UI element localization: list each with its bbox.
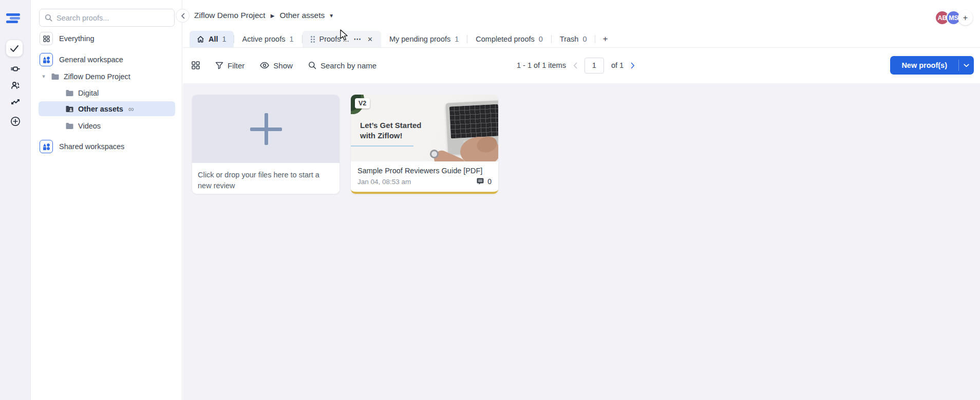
search-icon <box>308 61 316 69</box>
filter-label: Filter <box>228 61 244 70</box>
page-of-label: of 1 <box>611 61 624 69</box>
toolbar: Filter Show Search by name 1 - 1 of 1 it… <box>183 48 980 83</box>
search-icon <box>45 14 52 22</box>
folder-icon <box>65 122 74 130</box>
drag-handle-icon[interactable] <box>311 36 315 43</box>
view-tabs: All 1 Active proofs 1 Proofs ... ⋯ ✕ My … <box>183 31 980 48</box>
folder-account-icon <box>65 105 74 113</box>
tree-item-ziflow-demo-project[interactable]: ▾ Ziflow Demo Project <box>41 69 174 84</box>
create-plus-icon[interactable] <box>7 113 24 130</box>
tab-count: 0 <box>582 35 587 43</box>
tree-item-digital[interactable]: Digital <box>65 85 174 100</box>
upload-dropzone-card[interactable]: Click or drop your files here to start a… <box>192 95 340 194</box>
tab-label: Active proofs <box>242 35 286 43</box>
folder-icon <box>51 73 60 80</box>
tab-my-pending-proofs[interactable]: My pending proofs 1 <box>381 31 467 47</box>
tab-count: 0 <box>539 35 543 43</box>
proof-date: Jan 04, 08:53 am <box>357 178 411 186</box>
next-page-icon[interactable] <box>631 62 635 69</box>
new-proof-dropdown-button[interactable] <box>959 56 974 75</box>
new-proof-button[interactable]: New proof(s) <box>890 56 958 75</box>
integrations-plug-icon[interactable] <box>7 61 24 77</box>
breadcrumb-dropdown-icon[interactable]: ▼ <box>329 13 334 19</box>
sidebar-item-general-workspace[interactable]: General workspace <box>35 52 178 67</box>
show-button[interactable]: Show <box>260 61 293 70</box>
tab-count: 1 <box>289 35 293 43</box>
tab-count: 1 <box>455 35 459 43</box>
tab-all[interactable]: All 1 <box>190 31 234 47</box>
search-by-name-button[interactable]: Search by name <box>308 61 376 70</box>
breadcrumb-row: Ziflow Demo Project ▶ Other assets ▼ AB … <box>183 0 980 31</box>
proof-search-box[interactable] <box>39 9 175 27</box>
chevron-down-icon[interactable]: ▾ <box>41 73 47 80</box>
version-badge[interactable]: V2 <box>355 98 370 108</box>
proof-thumbnail: Let’s Get Started with Ziflow! V2 <box>351 95 498 161</box>
pagination: 1 - 1 of 1 items of 1 <box>517 48 635 83</box>
prev-page-icon[interactable] <box>573 62 577 69</box>
tree-item-label: Digital <box>78 89 99 97</box>
proof-card[interactable]: Let’s Get Started with Ziflow! V2 Sample… <box>351 95 498 194</box>
proof-info: Sample Proof Reviewers Guide [PDF] Jan 0… <box>351 161 498 186</box>
tab-proofs-custom[interactable]: Proofs ... ⋯ ✕ <box>303 31 381 47</box>
tab-label: Proofs ... <box>319 35 349 43</box>
sidebar-item-label: General workspace <box>59 56 123 64</box>
tab-label: Trash <box>560 35 579 43</box>
workspace-icon <box>40 140 53 153</box>
eye-icon <box>260 62 269 69</box>
sidebar-item-shared-workspaces[interactable]: Shared workspaces <box>35 139 178 154</box>
tab-active-proofs[interactable]: Active proofs 1 <box>234 31 302 47</box>
filter-button[interactable]: Filter <box>215 61 244 70</box>
tab-label: My pending proofs <box>389 35 450 43</box>
proofs-grid: Click or drop your files here to start a… <box>183 83 980 400</box>
search-by-name-label: Search by name <box>321 61 376 70</box>
upload-thumb-area <box>192 95 340 163</box>
insights-chart-icon[interactable] <box>7 94 24 111</box>
breadcrumb-arrow-icon: ▶ <box>271 13 275 19</box>
new-proof-split-button: New proof(s) <box>890 56 974 75</box>
proof-title[interactable]: Sample Proof Reviewers Guide [PDF] <box>357 167 492 175</box>
tree-item-videos[interactable]: Videos <box>65 118 174 133</box>
folder-icon <box>65 89 74 97</box>
show-label: Show <box>273 61 293 70</box>
comment-icon <box>476 178 484 185</box>
plus-icon <box>250 113 282 145</box>
comments-indicator[interactable]: 0 <box>476 177 492 186</box>
add-user-button[interactable]: + <box>958 10 973 25</box>
page-number-input[interactable] <box>585 58 604 74</box>
sidebar-item-everything[interactable]: Everything <box>35 31 178 46</box>
contacts-people-icon[interactable] <box>7 77 24 94</box>
thumbnail-underline <box>351 146 413 147</box>
tab-trash[interactable]: Trash 0 <box>552 31 595 47</box>
grid-view-icon <box>192 61 200 69</box>
upload-hint-text: Click or drop your files here to start a… <box>192 163 340 192</box>
tree-item-label: Videos <box>78 122 101 130</box>
collapse-sidebar-button[interactable] <box>176 9 190 23</box>
chevron-left-icon <box>181 13 185 19</box>
tree-item-other-assets[interactable]: Other assets ∞ <box>39 101 175 116</box>
breadcrumb: Ziflow Demo Project ▶ Other assets ▼ <box>194 0 334 31</box>
link-icon: ∞ <box>128 104 134 113</box>
workspace-icon <box>40 53 53 66</box>
close-icon[interactable]: ✕ <box>367 35 373 43</box>
sidebar: Everything General workspace ▾ Ziflow De… <box>31 0 182 400</box>
more-options-icon[interactable]: ⋯ <box>354 35 362 43</box>
thumbnail-title: Let’s Get Started with Ziflow! <box>360 120 421 141</box>
proofs-check-icon[interactable] <box>6 40 23 57</box>
chevron-down-icon <box>964 64 969 67</box>
watch-graphic <box>430 150 439 158</box>
tab-label: All <box>209 35 218 43</box>
add-tab-button[interactable]: + <box>595 31 615 47</box>
filter-funnel-icon <box>215 61 223 69</box>
tab-completed-proofs[interactable]: Completed proofs 0 <box>467 31 551 47</box>
comment-count: 0 <box>487 177 492 186</box>
tab-label: Completed proofs <box>476 35 534 43</box>
tab-count: 1 <box>222 35 227 43</box>
breadcrumb-current[interactable]: Other assets <box>279 11 325 20</box>
search-input[interactable] <box>56 14 169 22</box>
main-panel: Ziflow Demo Project ▶ Other assets ▼ AB … <box>183 0 980 400</box>
user-avatars: AB MS + <box>935 10 973 25</box>
ziflow-logo-icon[interactable] <box>6 13 24 25</box>
grid-view-button[interactable] <box>192 61 200 69</box>
breadcrumb-project[interactable]: Ziflow Demo Project <box>194 11 266 20</box>
sidebar-item-label: Shared workspaces <box>59 142 124 151</box>
